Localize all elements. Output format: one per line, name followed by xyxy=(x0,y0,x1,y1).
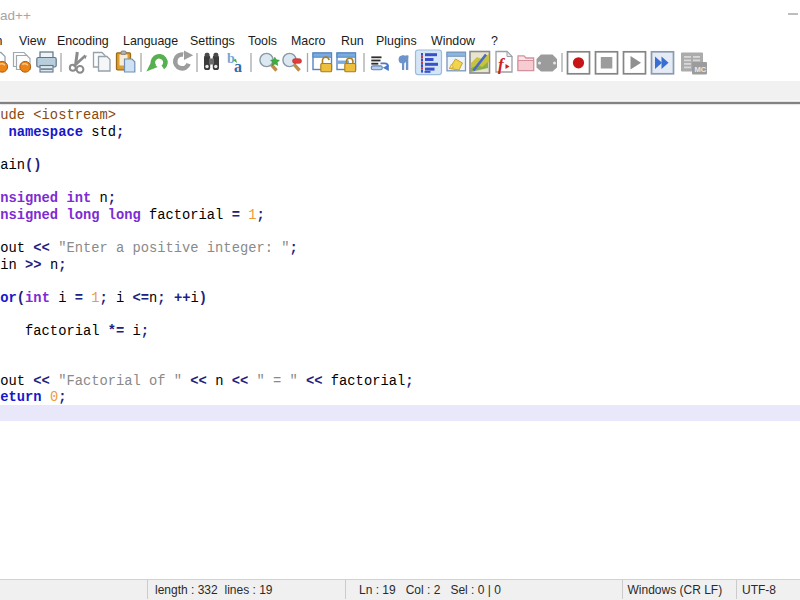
svg-text:MC: MC xyxy=(695,65,707,74)
